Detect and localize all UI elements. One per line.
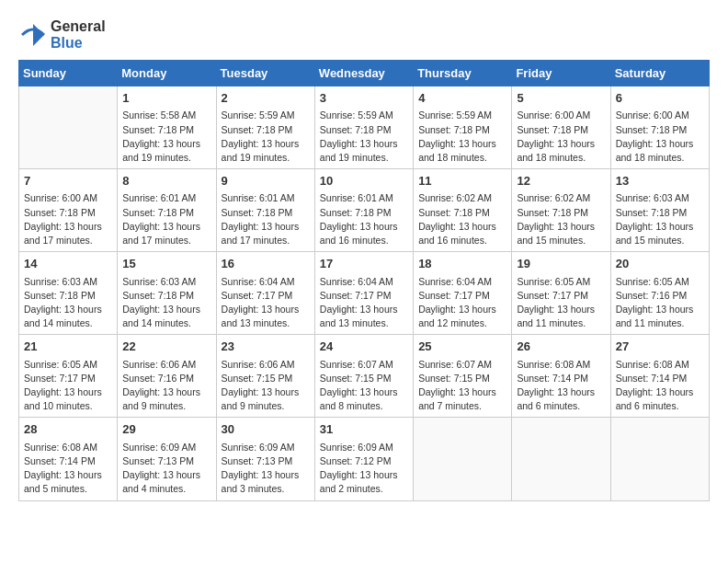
- day-info: Sunrise: 6:00 AM Sunset: 7:18 PM Dayligh…: [616, 109, 704, 165]
- calendar-cell: 8Sunrise: 6:01 AM Sunset: 7:18 PM Daylig…: [118, 169, 216, 252]
- day-number: 2: [222, 90, 310, 107]
- calendar-cell: 16Sunrise: 6:04 AM Sunset: 7:17 PM Dayli…: [216, 252, 314, 335]
- day-number: 19: [517, 256, 605, 272]
- day-info: Sunrise: 6:07 AM Sunset: 7:15 PM Dayligh…: [320, 358, 408, 414]
- calendar-cell: 7Sunrise: 6:00 AM Sunset: 7:18 PM Daylig…: [19, 169, 118, 252]
- day-number: 26: [517, 339, 605, 355]
- day-number: 9: [222, 173, 310, 190]
- day-info: Sunrise: 6:01 AM Sunset: 7:18 PM Dayligh…: [222, 191, 310, 247]
- day-number: 10: [320, 173, 408, 190]
- day-number: 3: [320, 90, 408, 107]
- calendar-cell: 21Sunrise: 6:05 AM Sunset: 7:17 PM Dayli…: [19, 335, 118, 418]
- day-info: Sunrise: 6:03 AM Sunset: 7:18 PM Dayligh…: [122, 275, 210, 331]
- day-info: Sunrise: 6:09 AM Sunset: 7:12 PM Dayligh…: [320, 441, 408, 497]
- calendar-cell: 13Sunrise: 6:03 AM Sunset: 7:18 PM Dayli…: [610, 169, 709, 252]
- calendar-cell: 20Sunrise: 6:05 AM Sunset: 7:16 PM Dayli…: [610, 252, 709, 335]
- calendar-week-row: 1Sunrise: 5:58 AM Sunset: 7:18 PM Daylig…: [19, 86, 710, 169]
- day-info: Sunrise: 6:02 AM Sunset: 7:18 PM Dayligh…: [418, 191, 506, 247]
- day-number: 5: [517, 90, 605, 107]
- calendar-week-row: 28Sunrise: 6:08 AM Sunset: 7:14 PM Dayli…: [19, 418, 710, 500]
- logo-blue-text: Blue: [51, 35, 106, 52]
- day-number: 28: [24, 421, 112, 438]
- day-info: Sunrise: 5:59 AM Sunset: 7:18 PM Dayligh…: [222, 109, 310, 165]
- day-info: Sunrise: 5:59 AM Sunset: 7:18 PM Dayligh…: [320, 109, 408, 165]
- day-info: Sunrise: 6:09 AM Sunset: 7:13 PM Dayligh…: [222, 441, 310, 497]
- weekday-header-thursday: Thursday: [414, 61, 512, 86]
- day-number: 13: [616, 173, 704, 190]
- day-number: 11: [418, 173, 506, 190]
- day-number: 4: [418, 90, 506, 107]
- day-number: 25: [418, 339, 506, 355]
- day-number: 22: [122, 339, 210, 355]
- day-number: 12: [517, 173, 605, 190]
- calendar-week-row: 21Sunrise: 6:05 AM Sunset: 7:17 PM Dayli…: [19, 335, 710, 418]
- calendar-cell: 24Sunrise: 6:07 AM Sunset: 7:15 PM Dayli…: [314, 335, 413, 418]
- day-number: 6: [616, 90, 704, 107]
- calendar-cell: 2Sunrise: 5:59 AM Sunset: 7:18 PM Daylig…: [216, 86, 314, 169]
- calendar-week-row: 14Sunrise: 6:03 AM Sunset: 7:18 PM Dayli…: [19, 252, 710, 335]
- calendar-table: SundayMondayTuesdayWednesdayThursdayFrid…: [18, 60, 710, 500]
- day-info: Sunrise: 6:03 AM Sunset: 7:18 PM Dayligh…: [616, 191, 704, 247]
- day-info: Sunrise: 5:58 AM Sunset: 7:18 PM Dayligh…: [122, 109, 210, 165]
- day-number: 24: [320, 339, 408, 355]
- calendar-cell: 3Sunrise: 5:59 AM Sunset: 7:18 PM Daylig…: [314, 86, 413, 169]
- day-info: Sunrise: 6:02 AM Sunset: 7:18 PM Dayligh…: [517, 191, 605, 247]
- calendar-cell: 10Sunrise: 6:01 AM Sunset: 7:18 PM Dayli…: [314, 169, 413, 252]
- day-number: 30: [222, 421, 310, 438]
- day-info: Sunrise: 6:03 AM Sunset: 7:18 PM Dayligh…: [24, 275, 112, 331]
- day-info: Sunrise: 6:04 AM Sunset: 7:17 PM Dayligh…: [418, 275, 506, 331]
- calendar-cell: 23Sunrise: 6:06 AM Sunset: 7:15 PM Dayli…: [216, 335, 314, 418]
- day-number: 27: [616, 339, 704, 355]
- day-info: Sunrise: 6:05 AM Sunset: 7:17 PM Dayligh…: [517, 275, 605, 331]
- calendar-week-row: 7Sunrise: 6:00 AM Sunset: 7:18 PM Daylig…: [19, 169, 710, 252]
- calendar-cell: 14Sunrise: 6:03 AM Sunset: 7:18 PM Dayli…: [19, 252, 118, 335]
- calendar-cell: 5Sunrise: 6:00 AM Sunset: 7:18 PM Daylig…: [512, 86, 610, 169]
- calendar-cell: [610, 418, 709, 500]
- calendar-cell: 27Sunrise: 6:08 AM Sunset: 7:14 PM Dayli…: [610, 335, 709, 418]
- day-number: 23: [222, 339, 310, 355]
- calendar-cell: 25Sunrise: 6:07 AM Sunset: 7:15 PM Dayli…: [414, 335, 512, 418]
- weekday-header-wednesday: Wednesday: [314, 61, 413, 86]
- calendar-cell: 22Sunrise: 6:06 AM Sunset: 7:16 PM Dayli…: [118, 335, 216, 418]
- calendar-cell: 11Sunrise: 6:02 AM Sunset: 7:18 PM Dayli…: [414, 169, 512, 252]
- day-info: Sunrise: 6:00 AM Sunset: 7:18 PM Dayligh…: [517, 109, 605, 165]
- day-info: Sunrise: 6:09 AM Sunset: 7:13 PM Dayligh…: [122, 441, 210, 497]
- day-info: Sunrise: 6:00 AM Sunset: 7:18 PM Dayligh…: [24, 191, 112, 247]
- calendar-cell: 26Sunrise: 6:08 AM Sunset: 7:14 PM Dayli…: [512, 335, 610, 418]
- weekday-header-friday: Friday: [512, 61, 610, 86]
- day-number: 20: [616, 256, 704, 272]
- calendar-cell: 18Sunrise: 6:04 AM Sunset: 7:17 PM Dayli…: [414, 252, 512, 335]
- calendar-cell: 12Sunrise: 6:02 AM Sunset: 7:18 PM Dayli…: [512, 169, 610, 252]
- day-number: 16: [222, 256, 310, 272]
- day-info: Sunrise: 5:59 AM Sunset: 7:18 PM Dayligh…: [418, 109, 506, 165]
- calendar-cell: [512, 418, 610, 500]
- day-info: Sunrise: 6:04 AM Sunset: 7:17 PM Dayligh…: [222, 275, 310, 331]
- day-info: Sunrise: 6:07 AM Sunset: 7:15 PM Dayligh…: [418, 358, 506, 414]
- logo-graphic: [18, 20, 48, 50]
- calendar-cell: 15Sunrise: 6:03 AM Sunset: 7:18 PM Dayli…: [118, 252, 216, 335]
- calendar-cell: 19Sunrise: 6:05 AM Sunset: 7:17 PM Dayli…: [512, 252, 610, 335]
- calendar-cell: [414, 418, 512, 500]
- day-info: Sunrise: 6:05 AM Sunset: 7:16 PM Dayligh…: [616, 275, 704, 331]
- weekday-header-monday: Monday: [118, 61, 216, 86]
- day-number: 21: [24, 339, 112, 355]
- day-number: 31: [320, 421, 408, 438]
- calendar-cell: 30Sunrise: 6:09 AM Sunset: 7:13 PM Dayli…: [216, 418, 314, 500]
- calendar-cell: 6Sunrise: 6:00 AM Sunset: 7:18 PM Daylig…: [610, 86, 709, 169]
- calendar-cell: 4Sunrise: 5:59 AM Sunset: 7:18 PM Daylig…: [414, 86, 512, 169]
- header: General Blue General Blue: [18, 18, 710, 51]
- weekday-header-tuesday: Tuesday: [216, 61, 314, 86]
- day-number: 18: [418, 256, 506, 272]
- day-info: Sunrise: 6:04 AM Sunset: 7:17 PM Dayligh…: [320, 275, 408, 331]
- calendar-cell: 28Sunrise: 6:08 AM Sunset: 7:14 PM Dayli…: [19, 418, 118, 500]
- day-info: Sunrise: 6:06 AM Sunset: 7:15 PM Dayligh…: [222, 358, 310, 414]
- day-info: Sunrise: 6:08 AM Sunset: 7:14 PM Dayligh…: [517, 358, 605, 414]
- calendar-cell: 9Sunrise: 6:01 AM Sunset: 7:18 PM Daylig…: [216, 169, 314, 252]
- calendar-cell: 1Sunrise: 5:58 AM Sunset: 7:18 PM Daylig…: [118, 86, 216, 169]
- day-number: 14: [24, 256, 112, 272]
- day-number: 15: [122, 256, 210, 272]
- calendar-cell: 17Sunrise: 6:04 AM Sunset: 7:17 PM Dayli…: [314, 252, 413, 335]
- day-info: Sunrise: 6:05 AM Sunset: 7:17 PM Dayligh…: [24, 358, 112, 414]
- logo-general-text: General: [51, 18, 106, 35]
- calendar-cell: 29Sunrise: 6:09 AM Sunset: 7:13 PM Dayli…: [118, 418, 216, 500]
